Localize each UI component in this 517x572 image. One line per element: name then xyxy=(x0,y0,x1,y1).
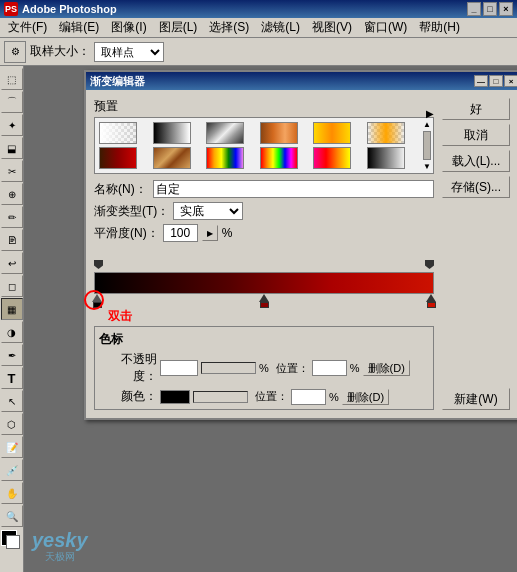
color-stop-title: 色标 xyxy=(99,331,429,348)
menu-image[interactable]: 图像(I) xyxy=(105,17,152,38)
dialog-maximize[interactable]: □ xyxy=(489,75,503,87)
position2-label: 位置： xyxy=(255,389,288,404)
menu-layer[interactable]: 图层(L) xyxy=(153,17,204,38)
tool-marquee[interactable]: ⬚ xyxy=(1,68,23,90)
menu-window[interactable]: 窗口(W) xyxy=(358,17,413,38)
foreground-color[interactable] xyxy=(1,530,23,552)
position2-input[interactable] xyxy=(291,389,326,405)
delete-color-btn[interactable]: 删除(D) xyxy=(342,389,389,405)
tool-eraser[interactable]: ◻ xyxy=(1,275,23,297)
presets-play-btn[interactable]: ▶ xyxy=(426,106,434,120)
type-row: 渐变类型(T)： 实底 xyxy=(94,202,434,220)
preset-1[interactable] xyxy=(99,122,137,144)
preset-7[interactable] xyxy=(99,147,137,169)
tool-notes[interactable]: 📝 xyxy=(1,436,23,458)
tool-brush[interactable]: ✏ xyxy=(1,206,23,228)
color-swatch[interactable] xyxy=(160,390,190,404)
opacity-stop-right[interactable] xyxy=(425,260,434,272)
presets-grid xyxy=(95,118,421,173)
preset-12[interactable] xyxy=(367,147,405,169)
close-btn[interactable]: × xyxy=(499,2,513,16)
tool-lasso[interactable]: ⌒ xyxy=(1,91,23,113)
color-stop-left-highlighted[interactable] xyxy=(92,294,102,308)
color-stop-section: 色标 不透明度： % 位置： % 删除(D) xyxy=(94,326,434,410)
dialog-title: 渐变编辑器 xyxy=(90,74,474,89)
tool-history-brush[interactable]: ↩ xyxy=(1,252,23,274)
tool-dodge[interactable]: ◑ xyxy=(1,321,23,343)
maximize-btn[interactable]: □ xyxy=(483,2,497,16)
opacity-row: 不透明度： % 位置： % 删除(D) xyxy=(99,351,429,385)
preset-5[interactable] xyxy=(313,122,351,144)
tool-pen[interactable]: ✒ xyxy=(1,344,23,366)
shuangji-row: 双击 xyxy=(94,308,434,324)
menu-view[interactable]: 视图(V) xyxy=(306,17,358,38)
tool-path-select[interactable]: ↖ xyxy=(1,390,23,412)
tool-magic-wand[interactable]: ✦ xyxy=(1,114,23,136)
name-label: 名称(N)： xyxy=(94,181,147,198)
cancel-button[interactable]: 取消 xyxy=(442,124,510,146)
load-button[interactable]: 载入(L)... xyxy=(442,150,510,172)
delete-opacity-btn[interactable]: 删除(D) xyxy=(363,360,410,376)
menu-help[interactable]: 帮助(H) xyxy=(413,17,466,38)
tool-shape[interactable]: ⬡ xyxy=(1,413,23,435)
scroll-up-btn[interactable]: ▲ xyxy=(423,120,431,129)
preset-11[interactable] xyxy=(313,147,351,169)
sample-size-select[interactable]: 取样点 xyxy=(94,42,164,62)
tool-hand[interactable]: ✋ xyxy=(1,482,23,504)
menu-select[interactable]: 选择(S) xyxy=(203,17,255,38)
save-button[interactable]: 存储(S)... xyxy=(442,176,510,198)
opacity-slider[interactable] xyxy=(201,362,256,374)
minimize-btn[interactable]: _ xyxy=(467,2,481,16)
type-select[interactable]: 实底 xyxy=(173,202,243,220)
name-input[interactable] xyxy=(153,180,434,198)
color-stops xyxy=(94,294,434,308)
new-button[interactable]: 新建(W) xyxy=(442,388,510,410)
dialog-minimize[interactable]: — xyxy=(474,75,488,87)
canvas-area: yesky 天极网 渐变编辑器 — □ × 预置 xyxy=(24,66,517,572)
tool-crop[interactable]: ⬓ xyxy=(1,137,23,159)
tool-eyedropper[interactable]: 💉 xyxy=(1,459,23,481)
scroll-thumb[interactable] xyxy=(423,131,431,160)
app-icon: PS xyxy=(4,2,18,16)
ok-button[interactable]: 好 xyxy=(442,98,510,120)
tool-text[interactable]: T xyxy=(1,367,23,389)
smooth-label: 平滑度(N)： xyxy=(94,225,159,242)
preset-3[interactable] xyxy=(206,122,244,144)
app-title: Adobe Photoshop xyxy=(22,3,467,15)
opacity-stops xyxy=(94,260,434,272)
preset-4[interactable] xyxy=(260,122,298,144)
color-stop-right[interactable] xyxy=(426,294,436,308)
type-label: 渐变类型(T)： xyxy=(94,203,169,220)
menu-filter[interactable]: 滤镜(L) xyxy=(255,17,306,38)
scroll-down-btn[interactable]: ▼ xyxy=(423,162,431,171)
color-stop-middle[interactable] xyxy=(259,294,269,308)
position1-input[interactable] xyxy=(312,360,347,376)
preset-10[interactable] xyxy=(260,147,298,169)
gradient-bar[interactable] xyxy=(94,272,434,294)
tool-slice[interactable]: ✂ xyxy=(1,160,23,182)
opacity-stop-left[interactable] xyxy=(94,260,103,272)
tool-options-btn[interactable]: ⚙ xyxy=(4,41,26,63)
position1-unit: % xyxy=(350,362,360,374)
tool-zoom[interactable]: 🔍 xyxy=(1,505,23,527)
dialog-close[interactable]: × xyxy=(504,75,517,87)
menu-file[interactable]: 文件(F) xyxy=(2,17,53,38)
yesky-logo: yesky xyxy=(32,530,88,550)
shuangji-text: 双击 xyxy=(108,308,132,325)
presets-scrollbar: ▲ ▼ xyxy=(421,118,433,173)
preset-9[interactable] xyxy=(206,147,244,169)
preset-6[interactable] xyxy=(367,122,405,144)
dialog-left: 预置 xyxy=(94,98,434,410)
smooth-input[interactable] xyxy=(163,224,198,242)
tool-gradient[interactable]: ▦ xyxy=(1,298,23,320)
gradient-bar-wrapper: 双击 xyxy=(94,250,434,324)
preset-8[interactable] xyxy=(153,147,191,169)
tool-healing[interactable]: ⊕ xyxy=(1,183,23,205)
tool-stamp[interactable]: 🖹 xyxy=(1,229,23,251)
smooth-increment-btn[interactable]: ▶ xyxy=(202,225,218,241)
menu-edit[interactable]: 编辑(E) xyxy=(53,17,105,38)
color-slider[interactable] xyxy=(193,391,248,403)
preset-2[interactable] xyxy=(153,122,191,144)
opacity-input[interactable] xyxy=(160,360,198,376)
main-area: ⬚ ⌒ ✦ ⬓ ✂ ⊕ ✏ 🖹 ↩ ◻ ▦ ◑ ✒ T ↖ ⬡ 📝 💉 ✋ 🔍 … xyxy=(0,66,517,572)
